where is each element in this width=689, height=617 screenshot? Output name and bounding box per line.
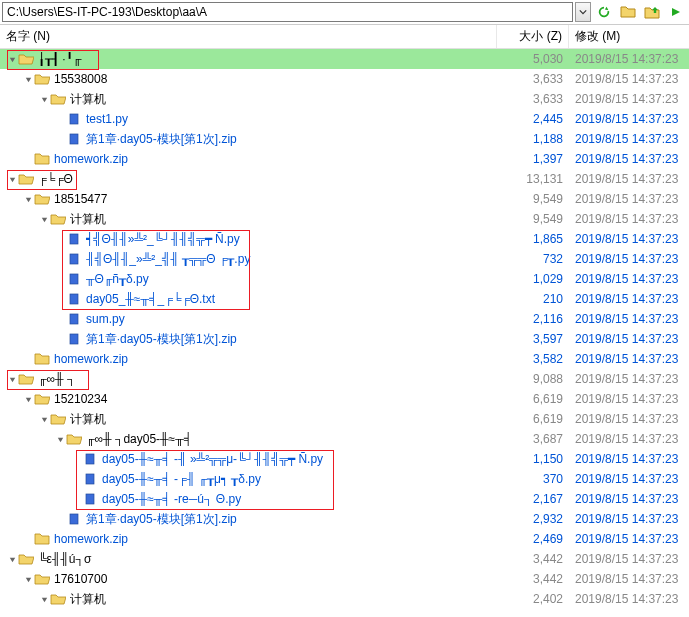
item-size: 732 — [497, 252, 569, 266]
item-date: 2019/8/15 14:37:23 — [569, 432, 689, 446]
twisty-icon[interactable] — [6, 53, 18, 65]
svg-rect-0 — [70, 114, 78, 124]
twisty-icon[interactable] — [6, 553, 18, 565]
file-icon — [66, 231, 82, 247]
folder-row[interactable]: 152102346,6192019/8/15 14:37:23 — [0, 389, 689, 409]
file-icon — [82, 491, 98, 507]
file-icon — [66, 311, 82, 327]
file-row[interactable]: 第1章·day05-模块[第1次].zip3,5972019/8/15 14:3… — [0, 329, 689, 349]
file-icon — [82, 451, 98, 467]
file-row[interactable]: day05-╫≈╥╡ -╒╢ ╓┰μ┑ ┰δ.py3702019/8/15 14… — [0, 469, 689, 489]
file-row[interactable]: day05_╫≈╥╡_╒╘╒Θ.txt2102019/8/15 14:37:23 — [0, 289, 689, 309]
item-date: 2019/8/15 14:37:23 — [569, 572, 689, 586]
twisty-icon[interactable] — [38, 93, 50, 105]
twisty-icon[interactable] — [6, 173, 18, 185]
item-date: 2019/8/15 14:37:23 — [569, 192, 689, 206]
folder-open-icon — [34, 391, 50, 407]
twisty-icon — [70, 473, 82, 485]
folder-row[interactable]: homework.zip3,5822019/8/15 14:37:23 — [0, 349, 689, 369]
item-label: 17610700 — [54, 572, 497, 586]
item-label: day05_╫≈╥╡_╒╘╒Θ.txt — [86, 292, 497, 306]
item-date: 2019/8/15 14:37:23 — [569, 352, 689, 366]
item-size: 2,469 — [497, 532, 569, 546]
twisty-icon — [54, 233, 66, 245]
twisty-icon[interactable] — [22, 573, 34, 585]
folder-open-icon — [66, 431, 82, 447]
folder-row[interactable]: ╓∞╫ ┐day05-╫≈╥╡3,6872019/8/15 14:37:23 — [0, 429, 689, 449]
address-input[interactable] — [2, 2, 573, 22]
file-row[interactable]: sum.py2,1162019/8/15 14:37:23 — [0, 309, 689, 329]
item-date: 2019/8/15 14:37:23 — [569, 492, 689, 506]
file-row[interactable]: test1.py2,4452019/8/15 14:37:23 — [0, 109, 689, 129]
item-label: 第1章·day05-模块[第1次].zip — [86, 331, 497, 348]
folder-row[interactable]: ╚ε╢╢ú┐σ3,4422019/8/15 14:37:23 — [0, 549, 689, 569]
item-label: 计算机 — [70, 211, 497, 228]
col-header-modified[interactable]: 修改 (M) — [569, 25, 689, 48]
item-size: 2,932 — [497, 512, 569, 526]
refresh-button[interactable] — [593, 2, 615, 22]
item-label: day05-╫≈╥╡ -╒╢ ╓┰μ┑ ┰δ.py — [102, 472, 497, 486]
item-size: 9,549 — [497, 192, 569, 206]
folder-button[interactable] — [617, 2, 639, 22]
folder-row[interactable]: ╽┰┨ ·╹╓5,0302019/8/15 14:37:23 — [0, 49, 689, 69]
folder-open-icon — [50, 411, 66, 427]
twisty-icon[interactable] — [38, 213, 50, 225]
file-row[interactable]: day05-╫≈╥╡ -re─ú┐ Θ.py2,1672019/8/15 14:… — [0, 489, 689, 509]
file-icon — [82, 471, 98, 487]
file-icon — [66, 291, 82, 307]
file-icon — [66, 111, 82, 127]
twisty-icon[interactable] — [38, 593, 50, 605]
svg-rect-8 — [86, 454, 94, 464]
folder-open-icon — [50, 91, 66, 107]
twisty-icon[interactable] — [38, 413, 50, 425]
col-header-name[interactable]: 名字 (N) — [0, 25, 497, 48]
folder-row[interactable]: ╓∞╫ ┐9,0882019/8/15 14:37:23 — [0, 369, 689, 389]
item-size: 3,687 — [497, 432, 569, 446]
col-header-size[interactable]: 大小 (Z) — [497, 25, 569, 48]
item-label: ╓∞╫ ┐ — [38, 372, 497, 386]
file-row[interactable]: ╢╣Θ╢╢_»╩²_╣╢ ┰╦╦Θ ╒┰.py7322019/8/15 14:3… — [0, 249, 689, 269]
twisty-icon — [22, 533, 34, 545]
folder-row[interactable]: 176107003,4422019/8/15 14:37:23 — [0, 569, 689, 589]
item-label: day05-╫≈╥╡ -╢ »╩²╦╦μ-╚┘╢╢╣╦┯ Ñ.py — [102, 452, 497, 466]
item-size: 2,116 — [497, 312, 569, 326]
item-label: 计算机 — [70, 591, 497, 608]
folder-row[interactable]: 计算机9,5492019/8/15 14:37:23 — [0, 209, 689, 229]
folder-row[interactable]: 计算机6,6192019/8/15 14:37:23 — [0, 409, 689, 429]
address-dropdown[interactable] — [575, 2, 591, 22]
item-label: homework.zip — [54, 152, 497, 166]
file-row[interactable]: 第1章·day05-模块[第1次].zip2,9322019/8/15 14:3… — [0, 509, 689, 529]
folder-open-icon — [50, 211, 66, 227]
item-size: 3,582 — [497, 352, 569, 366]
folder-row[interactable]: homework.zip2,4692019/8/15 14:37:23 — [0, 529, 689, 549]
folder-row[interactable]: 155380083,6332019/8/15 14:37:23 — [0, 69, 689, 89]
folder-row[interactable]: 185154779,5492019/8/15 14:37:23 — [0, 189, 689, 209]
twisty-icon[interactable] — [22, 193, 34, 205]
folder-row[interactable]: homework.zip1,3972019/8/15 14:37:23 — [0, 149, 689, 169]
twisty-icon — [54, 273, 66, 285]
twisty-icon[interactable] — [22, 73, 34, 85]
twisty-icon[interactable] — [54, 433, 66, 445]
item-label: ╢╣Θ╢╢_»╩²_╣╢ ┰╦╦Θ ╒┰.py — [86, 252, 497, 266]
folder-row[interactable]: 计算机2,4022019/8/15 14:37:23 — [0, 589, 689, 609]
file-icon — [66, 331, 82, 347]
folder-row[interactable]: 计算机3,6332019/8/15 14:37:23 — [0, 89, 689, 109]
item-size: 1,188 — [497, 132, 569, 146]
folder-open-icon — [50, 591, 66, 607]
item-label: ╓∞╫ ┐day05-╫≈╥╡ — [86, 432, 497, 446]
twisty-icon[interactable] — [22, 393, 34, 405]
folder-open-icon — [34, 191, 50, 207]
item-date: 2019/8/15 14:37:23 — [569, 512, 689, 526]
file-row[interactable]: day05-╫≈╥╡ -╢ »╩²╦╦μ-╚┘╢╢╣╦┯ Ñ.py1,15020… — [0, 449, 689, 469]
file-row[interactable]: 第1章·day05-模块[第1次].zip1,1882019/8/15 14:3… — [0, 129, 689, 149]
svg-rect-4 — [70, 274, 78, 284]
file-row[interactable]: ┥╣Θ╢╢»╩²_╚┘╢╢╣╦┯ Ñ.py1,8652019/8/15 14:3… — [0, 229, 689, 249]
twisty-icon[interactable] — [6, 373, 18, 385]
file-icon — [66, 131, 82, 147]
item-date: 2019/8/15 14:37:23 — [569, 592, 689, 606]
go-button[interactable] — [665, 2, 687, 22]
item-label: 第1章·day05-模块[第1次].zip — [86, 511, 497, 528]
up-button[interactable] — [641, 2, 663, 22]
folder-row[interactable]: ╒╘╒Θ13,1312019/8/15 14:37:23 — [0, 169, 689, 189]
file-row[interactable]: ╥Θ╓ñ┰δ.py1,0292019/8/15 14:37:23 — [0, 269, 689, 289]
